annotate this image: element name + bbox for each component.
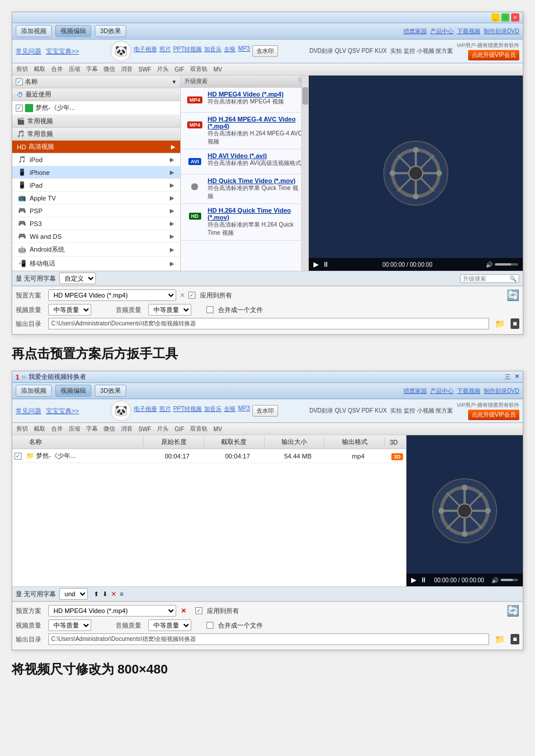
audio-quality-select[interactable]: 中等质量 [148,304,191,316]
play-btn[interactable]: ▶ [313,260,319,268]
caption2-del-btn[interactable]: ✕ [111,590,116,598]
phone-menu-item[interactable]: 📲 移动电话 ▶ [12,257,180,271]
merge-btn[interactable]: 合并 [49,65,65,74]
compress2-btn[interactable]: 压缩 [67,424,82,433]
swf2-btn[interactable]: SWF [137,425,153,433]
android-menu-item[interactable]: 🤖 Android系统 ▶ [12,243,180,257]
folder2-btn[interactable]: 📁 [495,635,505,644]
gif-btn[interactable]: GIF [173,66,186,73]
compress-btn[interactable]: 压缩 [67,65,82,74]
caption2-up-btn[interactable]: ⬆ [94,590,99,598]
vip-upgrade-btn[interactable]: 点此升级VIP会员 [468,50,519,60]
maximize-btn[interactable]: □ [501,13,509,22]
video-edit-btn-2[interactable]: 视频编辑 [55,385,91,397]
hd-expand-icon[interactable]: ▶ [171,144,176,150]
video2-quality-select[interactable]: 中等质量 [48,619,91,631]
preset-select[interactable]: HD MPEG4 Video (*.mp4) [48,289,176,301]
feature-music[interactable]: 加音乐 [204,45,222,57]
feat2-mp3[interactable]: MP3 [238,405,250,417]
ps3-menu-item[interactable]: 🎮 PS3 ▶ [12,217,180,230]
sort-btn[interactable]: ▼ [172,79,177,85]
merge2-btn[interactable]: 合并 [49,424,65,433]
feat2-ppt[interactable]: PPT转视频 [173,405,202,417]
feat2-music[interactable]: 加音乐 [204,405,222,417]
feat2-photo[interactable]: 照片 [159,405,171,417]
header2-btn[interactable]: 片头 [155,424,170,433]
close-btn[interactable]: ✕ [511,13,519,22]
nav2-download[interactable]: 下载视频 [457,387,480,395]
3d-effect-btn[interactable]: 3D效果 [95,25,126,37]
appletv-menu-item[interactable]: 📺 Apple TV ▶ [12,192,180,205]
video-quality-select[interactable]: 中等质量 [48,304,91,316]
pause-btn-2[interactable]: ⏸ [420,576,427,584]
subtitle-btn[interactable]: 字幕 [84,65,99,74]
clip-btn[interactable]: 截取 [32,65,47,74]
play-btn-2[interactable]: ▶ [411,576,416,584]
wii-menu-item[interactable]: 🎮 Wii and DS ▶ [12,230,180,243]
minimize-btn[interactable]: _ [491,13,500,22]
scrollbar-thumb[interactable] [302,87,308,105]
file-checkbox[interactable] [16,105,23,112]
preset-x-btn[interactable]: ✕ [180,292,185,299]
gif2-btn[interactable]: GIF [173,425,186,433]
add-video-btn-2[interactable]: 添加视频 [16,385,52,397]
output-settings-btn[interactable]: ■ [511,318,519,329]
feat2-album[interactable]: 电子相册 [134,405,157,417]
nav2-products[interactable]: 产品中心 [430,387,454,395]
file-row-checkbox[interactable] [15,453,22,460]
feature-photo[interactable]: 照片 [159,45,171,57]
baby-link[interactable]: 宝宝宝典>> [46,47,79,56]
vip2-upgrade-btn[interactable]: 点此升级VIP会员 [468,410,519,420]
select-all-checkbox[interactable] [16,78,23,85]
mute-btn[interactable]: 消音 [119,65,134,74]
cut2-btn[interactable]: 剪切 [15,424,30,433]
caption-select[interactable]: 自定义 [59,273,96,284]
merge2-checkbox[interactable] [206,622,213,629]
volume-icon-2[interactable]: 🔊 [491,577,498,583]
swf-btn[interactable]: SWF [137,66,153,73]
search-input[interactable] [463,275,509,282]
add-video-btn[interactable]: 添加视频 [16,25,52,37]
apply-all2-checkbox[interactable] [195,607,202,614]
feature-watermark[interactable]: 去水印 [252,45,278,57]
mv-btn[interactable]: MV [212,66,224,73]
volume-slider[interactable] [495,263,518,266]
submenu-item-2[interactable]: MP4 HD H.264 MPEG-4 AVC Video (*.mp4) 符合… [181,113,308,149]
nav-link-download[interactable]: 下载视频 [457,27,480,35]
wechat2-btn[interactable]: 微信 [102,424,117,433]
faq2-link[interactable]: 常见问题 [16,407,41,415]
feature-denoise[interactable]: 去噪 [224,45,236,57]
folder-btn[interactable]: 📁 [495,319,505,328]
caption2-select[interactable]: und [59,588,88,600]
ipod-menu-item[interactable]: 🎵 iPod ▶ [12,153,180,166]
volume-slider-2[interactable] [501,579,518,581]
feature-ppt[interactable]: PPT转视频 [173,45,202,57]
subtitle2-btn[interactable]: 字幕 [84,424,99,433]
submenu-item-1[interactable]: MP4 HD MPEG4 Video (*.mp4) 符合高清标准的 MPEG4… [181,88,308,113]
nav2-home[interactable]: 猎窝家园 [404,387,427,395]
apply-all-checkbox[interactable] [188,292,195,299]
wechat-btn[interactable]: 微信 [102,65,117,74]
merge-checkbox[interactable] [206,306,213,313]
audio2-quality-select[interactable]: 中等质量 [148,619,191,631]
submenu-item-4[interactable]: ⏺ HD Quick Time Video (*.mov) 符合高清标准的苹果 … [181,174,308,204]
nav-link-dvd[interactable]: 制作刻录DVD [484,27,519,35]
cut-btn[interactable]: 剪切 [15,65,30,74]
pause-btn[interactable]: ⏸ [322,260,329,268]
nav-link-products[interactable]: 产品中心 [430,27,454,35]
submenu-scrollbar[interactable] [301,76,308,271]
nav2-dvd[interactable]: 制作刻录DVD [484,387,519,395]
mute2-btn[interactable]: 消音 [119,424,134,433]
clip2-btn[interactable]: 截取 [32,424,47,433]
feature-album[interactable]: 电子相册 [134,45,157,57]
video-edit-btn[interactable]: 视频编辑 [55,25,91,37]
caption2-down-btn[interactable]: ⬇ [102,590,108,598]
volume-icon[interactable]: 🔊 [486,261,493,268]
psp-menu-item[interactable]: 🎮 PSP ▶ [12,205,180,217]
feature-mp3[interactable]: MP3 [238,45,250,57]
baby2-link[interactable]: 宝宝宝典>> [46,407,79,415]
mv2-btn[interactable]: MV [212,425,224,433]
feat2-denoise[interactable]: 去噪 [224,405,236,417]
output2-settings-btn[interactable]: ■ [511,634,519,644]
iphone-menu-item[interactable]: 📱 iPhone ▶ [12,166,180,179]
